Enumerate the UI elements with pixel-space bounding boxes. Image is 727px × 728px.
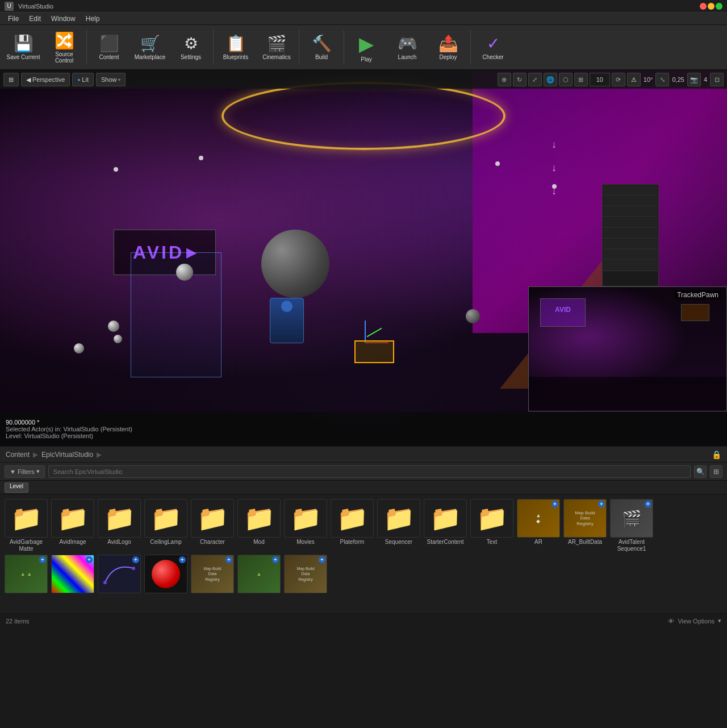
show-label: Show: [101, 76, 117, 83]
asset-ar-built-data[interactable]: + Map BuildDataRegistry AR_BuiltData: [563, 499, 607, 546]
folder-sequencer[interactable]: 📁 Sequencer: [377, 499, 420, 546]
asset-map-build-2[interactable]: + Map BuildDataRegistry: [284, 555, 327, 594]
viewport-maximize-btn[interactable]: ⊞: [3, 73, 19, 86]
perspective-label: Perspective: [32, 76, 65, 83]
vp-camera-btn[interactable]: 📷: [687, 73, 701, 86]
deploy-button[interactable]: 📤 Deploy: [428, 27, 468, 68]
vp-scale-snap-btn[interactable]: ⤡: [655, 73, 669, 86]
asset-map-build-1[interactable]: + Map BuildDataRegistry: [191, 555, 234, 594]
folder-mod[interactable]: 📁 Mod: [237, 499, 281, 546]
play-button[interactable]: ▶ Play: [346, 27, 386, 68]
gizmo-z-axis: [367, 328, 382, 338]
folder-avid-image-thumb: 📁: [51, 499, 94, 538]
vp-scale-btn[interactable]: ⤢: [528, 73, 542, 86]
marketplace-button[interactable]: 🛒 Marketplace: [130, 27, 170, 68]
cinematics-button[interactable]: 🎬 Cinematics: [257, 27, 296, 68]
rack-row-3: [603, 207, 658, 217]
menu-window[interactable]: Window: [47, 14, 80, 24]
source-control-button[interactable]: 🔀 Source Control: [44, 27, 84, 68]
viewport-toolbar: ⊞ ◀ Perspective ● Lit Show ▾ ⊕ ↻ ⤢ 🌐 ⬡ ⊞…: [0, 70, 727, 89]
vp-translate-btn[interactable]: ⊕: [498, 73, 511, 86]
asset-ar-thumb: + ▲◆: [517, 499, 560, 538]
viewport-show-btn[interactable]: Show ▾: [96, 73, 126, 86]
folder-avid-logo[interactable]: 📁 AvidLogo: [98, 499, 141, 546]
asset-talent-thumb: + 🎬: [610, 499, 653, 538]
lit-label: Lit: [82, 76, 89, 83]
vp-rotation-snap-btn[interactable]: ⟳: [612, 73, 625, 86]
folder-avid-image[interactable]: 📁 AvidImage: [51, 499, 94, 546]
vp-warning-btn[interactable]: ⚠: [627, 73, 641, 86]
vp-grid-snap-btn[interactable]: ⊞: [574, 73, 588, 86]
folder-ceiling-lamp[interactable]: 📁 CeilingLamp: [144, 499, 187, 546]
folder-icon: 📁: [430, 506, 461, 531]
save-current-button[interactable]: 💾 Save Current: [3, 27, 43, 68]
breadcrumb-content[interactable]: Content: [6, 451, 30, 459]
vp-rotate-btn[interactable]: ↻: [513, 73, 527, 86]
search-button[interactable]: 🔍: [694, 465, 707, 478]
viewport-lit-btn[interactable]: ● Lit: [72, 73, 93, 86]
cinematics-icon: 🎬: [267, 34, 287, 53]
content-button[interactable]: ⬛ Content: [89, 27, 129, 68]
view-options-button[interactable]: 👁 View Options ▾: [668, 617, 721, 625]
menu-help[interactable]: Help: [81, 14, 105, 24]
folder-avid-logo-thumb: 📁: [98, 499, 141, 538]
pip-tracked-pawn-label: TrackedPawn: [675, 290, 721, 299]
lock-icon[interactable]: 🔒: [712, 450, 721, 459]
menu-file[interactable]: File: [3, 14, 23, 24]
asset-colors[interactable]: +: [51, 555, 94, 594]
toolbar-sep-2: [213, 30, 214, 64]
max-btn[interactable]: [716, 3, 722, 10]
vp-surface-snapping-btn[interactable]: ⬡: [559, 73, 573, 86]
build-button[interactable]: 🔨 Build: [302, 27, 341, 68]
folder-platform[interactable]: 📁 Plateform: [331, 499, 374, 546]
folder-avid-garbage-matte[interactable]: 📁 AvidGarbage Matte: [5, 499, 48, 552]
view-options-label: View Options: [678, 618, 715, 625]
min-btn[interactable]: [708, 3, 715, 10]
checker-button[interactable]: ✓ Checker: [473, 27, 513, 68]
asset-avid-talent-sequence[interactable]: + 🎬 AvidTalent Sequence1: [610, 499, 653, 552]
vp-maximize-btn[interactable]: ⊡: [710, 73, 724, 86]
settings-button[interactable]: ⚙ Settings: [171, 27, 211, 68]
content-icon: ⬛: [99, 34, 119, 53]
folder-starter-content-thumb: 📁: [424, 499, 467, 538]
viewport-perspective-btn[interactable]: ◀ Perspective: [21, 73, 70, 86]
toolbar-sep-5: [470, 30, 471, 64]
asset-curve[interactable]: +: [98, 555, 141, 594]
asset-terrain-1-thumb: + ▲ ▲: [5, 555, 48, 593]
search-input[interactable]: [48, 465, 691, 478]
launch-button[interactable]: 🎮 Launch: [387, 27, 427, 68]
asset-red-sphere[interactable]: +: [144, 555, 187, 594]
asset-terrain-2[interactable]: + ▲: [237, 555, 281, 594]
level-tag[interactable]: Level: [5, 482, 28, 493]
folder-movies-thumb: 📁: [284, 499, 327, 538]
close-btn[interactable]: [700, 3, 707, 10]
folder-platform-label: Plateform: [340, 539, 365, 546]
viewport-canvas[interactable]: AVID ▶ ↓ ↓ ↓: [0, 70, 727, 446]
window-title: VirtualStudio: [18, 3, 53, 10]
vp-world-btn[interactable]: 🌐: [544, 73, 557, 86]
plus-badge-a2: +: [86, 556, 93, 563]
folder-character[interactable]: 📁 Character: [191, 499, 234, 546]
filters-button[interactable]: ▼ Filters ▾: [5, 465, 45, 478]
asset-ar-label: AR: [534, 539, 542, 546]
folder-mod-thumb: 📁: [237, 499, 281, 538]
rack-row-7: [603, 250, 658, 260]
svg-point-1: [132, 567, 135, 570]
blueprints-button[interactable]: 📋 Blueprints: [216, 27, 256, 68]
content-label: Content: [99, 54, 119, 60]
asset-ar[interactable]: + ▲◆ AR: [517, 499, 560, 546]
plus-badge-a7: +: [319, 556, 325, 563]
deploy-icon: 📤: [438, 34, 458, 53]
settings-icon: ⚙: [184, 34, 198, 53]
folder-movies[interactable]: 📁 Movies: [284, 499, 327, 546]
folder-starter-content[interactable]: 📁 StarterContent: [424, 499, 467, 546]
pip-floor: [529, 377, 726, 411]
grid-size-input[interactable]: [590, 73, 610, 86]
menu-edit[interactable]: Edit: [24, 14, 45, 24]
plus-badge-a1: +: [39, 556, 46, 563]
terrain-2-content: ▲: [254, 569, 264, 579]
folder-text[interactable]: 📁 Text: [470, 499, 513, 546]
search-options-button[interactable]: ⊞: [710, 465, 722, 478]
asset-terrain-1[interactable]: + ▲ ▲: [5, 555, 48, 594]
breadcrumb-epic-virtual-studio[interactable]: EpicVirtualStudio: [41, 451, 93, 459]
